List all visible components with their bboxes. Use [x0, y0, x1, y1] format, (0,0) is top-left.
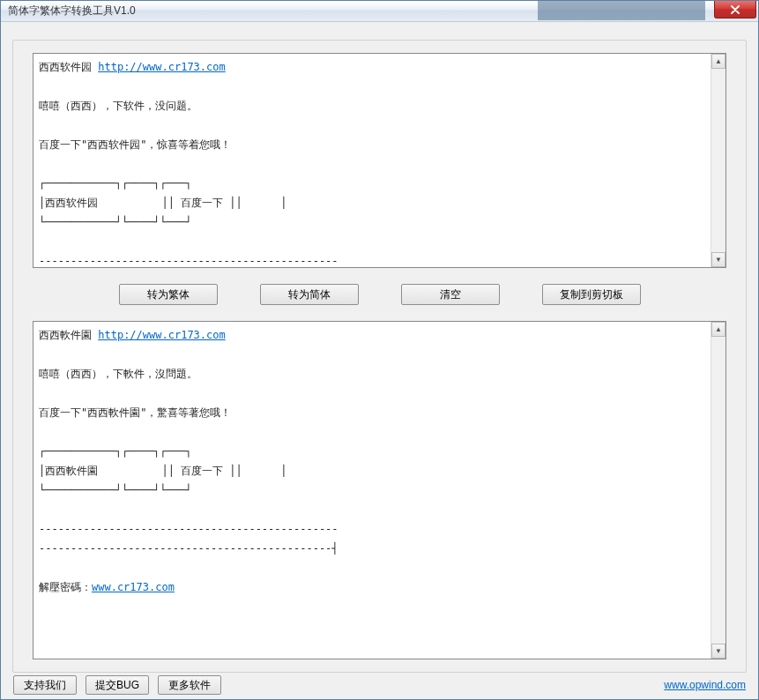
input-textarea-container: 西西软件园 http://www.cr173.com 嘻嘻（西西），下软件，没问… — [33, 53, 726, 268]
action-button-row: 转为繁体 转为简体 清空 复制到剪切板 — [33, 284, 726, 307]
vendor-link[interactable]: www.opwind.com — [664, 679, 746, 691]
app-window: 简体字繁体字转换工具V1.0 西西软件园 http://www.cr173.co… — [0, 0, 759, 700]
close-icon — [730, 5, 740, 14]
client-area: 西西软件园 http://www.cr173.com 嘻嘻（西西），下软件，没问… — [1, 22, 758, 699]
output-scrollbar[interactable]: ▲ ▼ — [711, 322, 726, 659]
to-traditional-button[interactable]: 转为繁体 — [119, 284, 218, 305]
main-groupbox: 西西软件园 http://www.cr173.com 嘻嘻（西西），下软件，没问… — [12, 40, 747, 673]
input-textarea[interactable]: 西西软件园 http://www.cr173.com 嘻嘻（西西），下软件，没问… — [33, 54, 711, 267]
window-title: 简体字繁体字转换工具V1.0 — [8, 4, 136, 19]
scroll-up-icon[interactable]: ▲ — [711, 322, 726, 337]
scroll-down-icon[interactable]: ▼ — [711, 252, 726, 267]
title-bar: 简体字繁体字转换工具V1.0 — [1, 1, 758, 22]
to-simplified-button[interactable]: 转为简体 — [260, 284, 359, 305]
titlebar-background-blur — [538, 1, 705, 20]
close-button[interactable] — [714, 1, 756, 19]
output-url-2[interactable]: www.cr173.com — [92, 581, 175, 593]
scroll-up-icon[interactable]: ▲ — [711, 54, 726, 69]
more-software-button[interactable]: 更多软件 — [158, 675, 221, 695]
submit-bug-button[interactable]: 提交BUG — [86, 675, 149, 695]
input-url-1[interactable]: http://www.cr173.com — [98, 61, 226, 73]
output-textarea[interactable]: 西西軟件園 http://www.cr173.com 嘻嘻（西西），下軟件，沒問… — [33, 322, 711, 659]
output-textarea-container: 西西軟件園 http://www.cr173.com 嘻嘻（西西），下軟件，沒問… — [33, 321, 726, 659]
input-scrollbar[interactable]: ▲ ▼ — [711, 54, 726, 267]
clear-button[interactable]: 清空 — [401, 284, 500, 305]
scroll-down-icon[interactable]: ▼ — [711, 644, 726, 659]
footer-bar: 支持我们 提交BUG 更多软件 www.opwind.com — [13, 674, 746, 696]
output-url-1[interactable]: http://www.cr173.com — [98, 329, 226, 341]
copy-clipboard-button[interactable]: 复制到剪切板 — [542, 284, 641, 305]
support-button[interactable]: 支持我们 — [13, 675, 77, 695]
